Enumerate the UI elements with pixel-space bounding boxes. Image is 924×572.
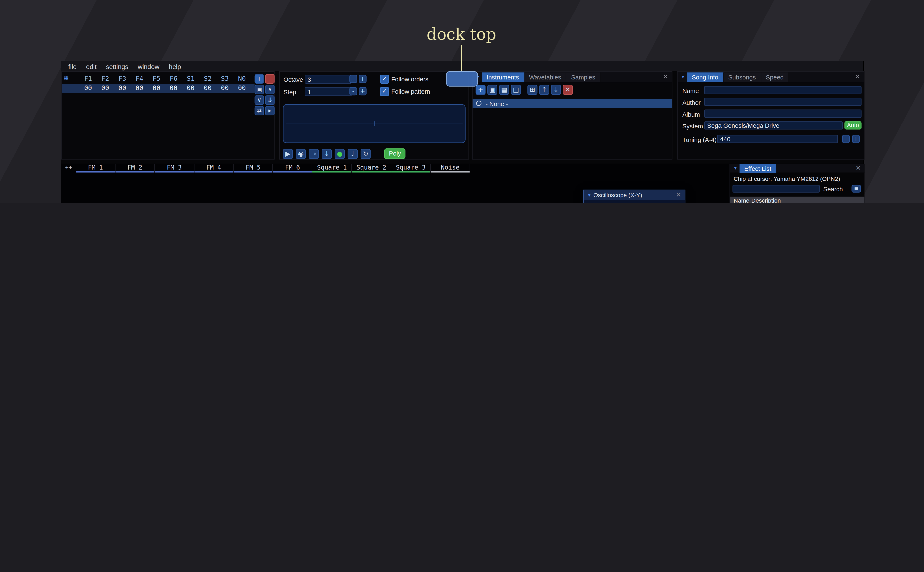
dock-target-top[interactable] [446,71,478,87]
pattern-expand-button[interactable]: ++ [61,164,76,171]
song-field-row-name: Name [678,86,864,95]
step-one-row-button[interactable]: ↓ [322,149,332,159]
octave-increase-button[interactable]: + [359,75,366,83]
add-instrument-button[interactable]: + [475,85,486,95]
album-input[interactable] [704,110,862,118]
order-value[interactable]: 00 [79,84,97,92]
instruments-panel: ▼ InstrumentsWavetablesSamples ✕ +▣▤◫⊞↑↓… [472,71,673,160]
duplicate-order-button[interactable]: ▣ [255,85,264,94]
menu-item-window[interactable]: window [133,62,164,70]
octave-decrease-button[interactable]: - [349,75,357,83]
step-decrease-button[interactable]: - [349,87,357,95]
channel-headers: FM 1FM 2FM 3FM 4FM 5FM 6Square 1Square 2… [76,164,470,173]
instrument-list-item[interactable]: - None - [473,99,672,108]
menu-bar: fileeditsettingswindowhelp [61,61,863,72]
open-instrument-button[interactable]: ▤ [499,85,509,95]
step-input[interactable] [305,87,352,96]
tab-effect-list[interactable]: Effect List [739,164,776,173]
order-value[interactable]: 00 [199,84,217,92]
order-value[interactable]: 00 [131,84,148,92]
channel-header-fm-2[interactable]: FM 2 [115,164,155,173]
move-order-down-button[interactable]: ∨ [255,95,264,105]
close-icon[interactable]: ✕ [672,191,685,199]
playback-controls: ▶◉⇥↓●♩↻Poly [283,148,406,159]
menu-item-settings[interactable]: settings [101,62,133,70]
author-label: Author [682,99,701,106]
instruments-tab-bar: ▼ InstrumentsWavetablesSamples ✕ [473,72,672,82]
close-icon[interactable]: ✕ [852,164,865,172]
channel-header-square-1[interactable]: Square 1 [313,164,352,173]
order-value[interactable]: 00 [233,84,251,92]
order-value[interactable]: 00 [148,84,165,92]
channel-header-fm-6[interactable]: FM 6 [273,164,312,173]
follow-pattern-checkbox[interactable]: ✓ [380,87,389,96]
follow-orders-label: Follow orders [391,75,428,82]
move-order-up-button[interactable]: ∧ [265,85,274,94]
save-instrument-button[interactable]: ◫ [511,85,521,95]
effect-col-name: Name [730,197,751,203]
move-instrument-down-button[interactable]: ↓ [551,85,561,95]
edit-toggle-button[interactable]: ● [335,149,345,159]
remove-order-button[interactable]: − [265,74,274,84]
move-instrument-up-button[interactable]: ↑ [539,85,549,95]
collapse-icon[interactable]: ▼ [733,165,738,171]
menu-item-edit[interactable]: edit [81,62,101,70]
menu-item-file[interactable]: file [64,62,81,70]
order-value[interactable]: 00 [165,84,182,92]
oscilloscope-preview [283,104,466,143]
collapse-icon[interactable]: ▼ [587,193,592,198]
auto-system-button[interactable]: Auto [845,121,862,129]
instrument-name: - None - [486,100,508,107]
order-channel-s1: S1 [182,75,199,82]
close-icon[interactable]: ✕ [659,73,672,81]
channel-header-fm-1[interactable]: FM 1 [76,164,115,173]
poly-toggle-button[interactable]: Poly [384,148,406,159]
name-input[interactable] [704,86,862,94]
deep-clone-order-button[interactable]: ⇊ [265,95,274,105]
song-info-panel: ▼ Song InfoSubsongsSpeed ✕ System Auto T… [677,71,865,160]
channel-header-noise[interactable]: Noise [431,164,470,173]
menu-item-help[interactable]: help [164,62,186,70]
effect-search-input[interactable] [732,185,820,193]
play-button[interactable]: ▶ [283,149,293,159]
orders-grid-icon: ▦ [64,75,69,81]
channel-header-fm-3[interactable]: FM 3 [155,164,194,173]
effect-list-menu-button[interactable]: ≡ [852,185,861,193]
channel-color-bar [76,171,115,173]
channel-header-square-2[interactable]: Square 2 [352,164,391,173]
order-value[interactable]: 00 [217,84,234,92]
order-channel-f5: F5 [148,75,165,82]
delete-instrument-button[interactable]: ✕ [563,85,573,95]
oscilloscope-title-bar[interactable]: ▼ Oscilloscope (X-Y) ✕ [584,190,685,200]
duplicate-instrument-button[interactable]: ▣ [487,85,497,95]
tab-instruments[interactable]: Instruments [482,72,524,82]
channel-color-bar [431,171,470,173]
author-input[interactable] [704,98,862,106]
metronome-button[interactable]: ♩ [348,149,358,159]
tab-samples[interactable]: Samples [566,72,600,82]
repeat-pattern-button[interactable]: ↻ [361,149,371,159]
channel-header-fm-5[interactable]: FM 5 [234,164,273,173]
channel-header-fm-4[interactable]: FM 4 [194,164,234,173]
step-increase-button[interactable]: + [359,87,366,95]
effect-col-description: Description [751,197,781,203]
instrument-folders-button[interactable]: ⊞ [528,85,538,95]
order-value[interactable]: 00 [97,84,114,92]
tab-wavetables[interactable]: Wavetables [524,72,566,82]
order-edit-mode-button[interactable]: ▸ [265,106,274,115]
order-change-mode-button[interactable]: ⇄ [255,106,264,115]
add-order-button[interactable]: + [255,74,264,84]
tuning-decrease-button[interactable]: - [842,135,850,143]
orders-current-row[interactable]: 00000000000000000000 [62,84,255,93]
system-label: System [682,123,703,130]
channel-header-square-3[interactable]: Square 3 [391,164,431,173]
play-from-cursor-button[interactable]: ⇥ [309,149,319,159]
octave-input[interactable] [305,75,352,84]
order-value[interactable]: 00 [114,84,131,92]
play-pattern-button[interactable]: ◉ [296,149,306,159]
order-value[interactable]: 00 [182,84,199,92]
follow-orders-checkbox[interactable]: ✓ [380,75,389,84]
system-input[interactable] [704,121,843,129]
tuning-input[interactable] [717,135,838,143]
tuning-increase-button[interactable]: + [852,135,860,143]
